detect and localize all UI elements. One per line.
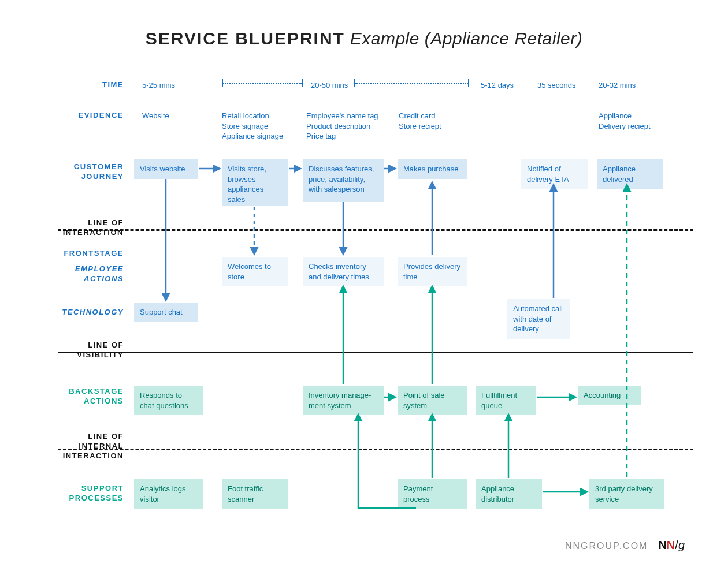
row-label-line-interaction: LINE OFINTERACTION	[0, 218, 124, 238]
page-title: SERVICE BLUEPRINT Example (Appliance Ret…	[0, 29, 728, 48]
journey-c1: Visits website	[134, 159, 198, 179]
sup-c4: Payment process	[398, 479, 467, 509]
row-label-frontstage: FRONTSTAGE	[0, 249, 124, 259]
line-of-internal-interaction	[58, 449, 693, 450]
journey-c6: Notified of delivery ETA	[521, 159, 588, 189]
time-c1: 5-25 mins	[142, 80, 175, 91]
tech-c1: Support chat	[134, 303, 198, 322]
back-c5: Fullfillment queue	[476, 386, 536, 415]
row-label-customer-journey: CUSTOMERJOURNEY	[0, 162, 124, 182]
line-of-interaction	[58, 229, 693, 231]
sup-c7: 3rd party delivery service	[589, 479, 664, 509]
back-c3: Inventory manage-ment system	[303, 386, 384, 415]
back-c1: Responds to chat questions	[134, 386, 203, 415]
emp-c3: Checks inventory and delivery times	[303, 257, 384, 286]
sup-c1: Analytics logs visitor	[134, 479, 203, 509]
back-c4: Point of sale system	[398, 386, 467, 415]
row-label-line-internal: LINE OFINTERNALINTERACTION	[0, 432, 124, 461]
row-label-support: SUPPORTPROCESSES	[0, 484, 124, 503]
journey-c7: Appliance delivered	[597, 159, 663, 189]
evidence-c7: Appliance Delivery reciept	[599, 111, 651, 131]
row-label-technology: TECHNOLOGY	[0, 308, 124, 318]
time-span-label: 20-50 mins	[311, 80, 348, 91]
time-c5: 5-12 days	[481, 80, 514, 91]
title-bold: SERVICE BLUEPRINT	[146, 29, 345, 48]
row-label-employee-actions: EMPLOYEEACTIONS	[0, 264, 124, 284]
row-label-backstage: BACKSTAGEACTIONS	[0, 387, 124, 406]
time-c7: 20-32 mins	[599, 80, 636, 91]
footer-site: NNGROUP.COM	[565, 541, 648, 551]
title-italic: Example (Appliance Retailer)	[350, 29, 583, 48]
footer: NNGROUP.COM NN/g	[565, 539, 685, 552]
emp-c2: Welcomes to store	[222, 257, 288, 286]
journey-c2: Visits store, browses appliances + sales	[222, 159, 288, 206]
back-c7: Accounting	[578, 386, 641, 405]
nng-logo: NN/g	[658, 539, 685, 552]
journey-c3: Discusses features, price, availability,…	[303, 159, 384, 202]
row-label-evidence: EVIDENCE	[0, 111, 124, 121]
journey-c4: Makes purchase	[398, 159, 467, 179]
evidence-c2: Retail location Store signage Appliance …	[222, 111, 283, 141]
sup-c2: Foot traffic scanner	[222, 479, 288, 509]
emp-c4: Provides delivery time	[398, 257, 467, 286]
time-span-left	[222, 79, 303, 87]
line-of-visibility	[58, 352, 693, 353]
row-label-line-visibility: LINE OFVISIBILITY	[0, 341, 124, 360]
time-span-right	[354, 79, 469, 87]
tech-c6: Automated call with date of delivery	[507, 299, 570, 339]
evidence-c3: Employee's name tag Product description …	[306, 111, 378, 141]
sup-c5: Appliance distributor	[476, 479, 542, 509]
evidence-c1: Website	[142, 111, 169, 121]
evidence-c4: Credit card Store reciept	[399, 111, 441, 131]
time-c6: 35 seconds	[537, 80, 576, 91]
row-label-time: TIME	[0, 80, 124, 90]
